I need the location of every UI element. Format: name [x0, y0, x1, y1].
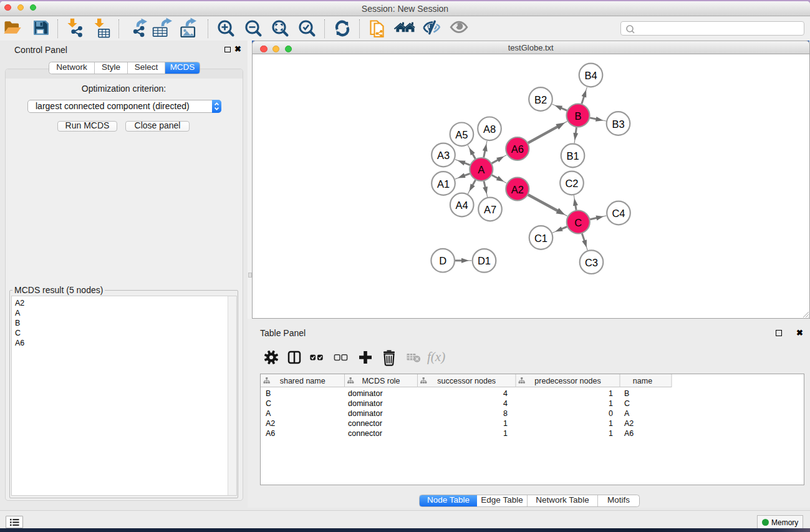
svg-text:C3: C3: [585, 257, 598, 268]
svg-text:A4: A4: [456, 200, 468, 211]
svg-text:D1: D1: [478, 255, 491, 266]
svg-text:A7: A7: [484, 204, 496, 215]
svg-text:C1: C1: [534, 233, 547, 244]
svg-text:D: D: [439, 255, 446, 266]
svg-text:B2: B2: [534, 94, 547, 105]
svg-text:A6: A6: [511, 143, 524, 155]
svg-text:MCDS role: MCDS role: [362, 377, 400, 385]
svg-text:A: A: [478, 164, 485, 175]
svg-text:B: B: [574, 110, 581, 122]
svg-text:shared name: shared name: [280, 377, 325, 385]
svg-text:A1: A1: [437, 178, 450, 190]
svg-text:A2: A2: [511, 184, 524, 195]
svg-text:B1: B1: [566, 150, 579, 162]
svg-text:A3: A3: [437, 150, 450, 161]
svg-text:B3: B3: [612, 118, 624, 130]
svg-text:C4: C4: [612, 208, 625, 219]
svg-text:A8: A8: [483, 123, 496, 135]
svg-text:predecessor nodes: predecessor nodes: [534, 377, 600, 385]
svg-text:C2: C2: [565, 178, 578, 189]
svg-text:A5: A5: [455, 129, 468, 140]
svg-text:successor nodes: successor nodes: [437, 377, 496, 385]
svg-text:C: C: [574, 217, 582, 228]
svg-text:B4: B4: [584, 70, 597, 81]
svg-text:name: name: [633, 377, 652, 385]
